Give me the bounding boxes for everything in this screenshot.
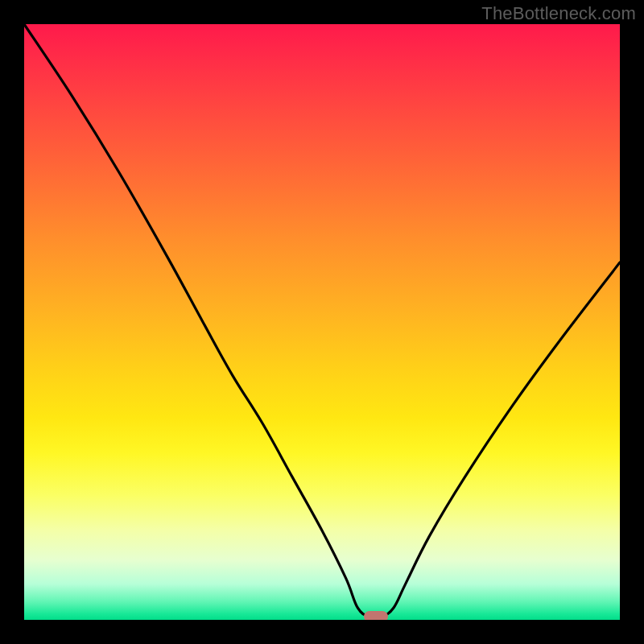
optimal-point-marker [364,611,388,620]
chart-frame: TheBottleneck.com [0,0,644,644]
watermark-text: TheBottleneck.com [481,3,636,24]
plot-area [24,24,620,620]
bottleneck-curve [24,24,620,620]
